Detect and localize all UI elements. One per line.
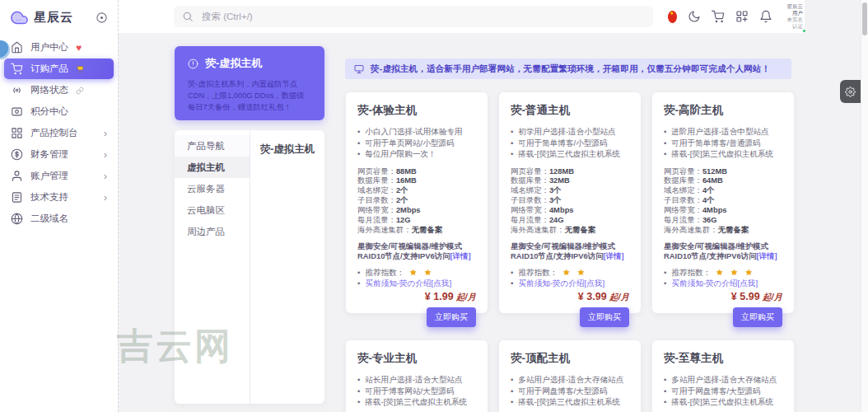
card-title: 荧-普通主机 xyxy=(511,103,629,118)
dark-mode-icon[interactable] xyxy=(688,10,701,23)
scrollbar-thumb[interactable] xyxy=(862,2,867,35)
card-bullet: 站长用户选择-适合大型站点 xyxy=(357,374,476,386)
buy-button[interactable]: 立即购买 xyxy=(733,307,782,327)
card-bullet: 小白入门选择-试用体验专用 xyxy=(357,126,476,138)
sidebar-divider xyxy=(118,0,119,412)
price: ¥ 1.99 起/月 xyxy=(357,291,476,303)
product-card-zhuanye: 荧-专业主机 站长用户选择-适合大型站点 可用于博客网站/大型源码 搭载-[荧]… xyxy=(346,340,488,412)
gear-icon xyxy=(845,87,856,97)
details-link[interactable]: [详情] xyxy=(450,251,471,260)
chevron-right-icon: › xyxy=(104,128,107,138)
sidebar-item-subdomain[interactable]: 二级域名 xyxy=(4,208,114,229)
notice-text: 荧-虚拟主机，适合新手用户部署网站，无需配置繁琐环境，开箱即用，仅需五分钟即可完… xyxy=(371,63,770,75)
dollar-icon xyxy=(11,148,23,161)
card-bullet: 搭载-[荧]第三代虚拟主机系统 xyxy=(664,396,782,408)
sidebar: 星辰云 用户中心 ♥ 订购产品 网络状态 xyxy=(0,0,118,412)
chevron-right-icon: › xyxy=(104,149,107,160)
language-flag-icon[interactable]: ★ xyxy=(668,11,677,23)
chevron-right-icon: › xyxy=(104,192,107,203)
card-bullet: 初学用户选择-适合小型站点 xyxy=(511,126,629,138)
spec-list: 网页容量：512MB 数据库量：64MB 域名绑定：4个 子目录数：4个 网络带… xyxy=(664,166,782,235)
card-bullet: 可用于网盘博客/大型源码 xyxy=(511,386,629,397)
user-role: 未实名认证 xyxy=(783,16,803,30)
card-title: 荧-至尊主机 xyxy=(664,351,782,366)
sidebar-item-network-status[interactable]: 网络状态 xyxy=(4,80,114,101)
sidebar-item-product-console[interactable]: 产品控制台 › xyxy=(4,123,114,143)
product-card-gaojie: 荧-高阶主机 进阶用户选择-适合中型站点 可用于简单博客/普通源码 搭载-[荧]… xyxy=(652,92,794,313)
card-bullet: 每位用户限购一次！ xyxy=(357,148,476,160)
settings-fab[interactable] xyxy=(840,80,861,103)
product-nav-list: 产品导航 虚拟主机 云服务器 云电脑区 周边产品 xyxy=(175,130,250,404)
product-nav-item-cloud-server[interactable]: 云服务器 xyxy=(175,178,250,199)
search-box[interactable] xyxy=(174,6,653,27)
product-nav-item-cloud-pc[interactable]: 云电脑区 xyxy=(175,199,250,221)
buy-notice-link[interactable]: 买前须知-荧の介绍[点我] xyxy=(671,278,758,288)
sidebar-item-label: 订购产品 xyxy=(30,63,68,75)
card-meta: 推荐指数：★ ★ 买前须知-荧の介绍[点我] xyxy=(357,267,476,288)
sidebar-pin-icon[interactable] xyxy=(96,12,108,24)
cart-icon xyxy=(11,63,23,75)
sidebar-item-support[interactable]: 技术支持 › xyxy=(4,187,114,208)
cart-icon[interactable] xyxy=(712,10,725,23)
card-bullet: 可用于博客网站/大型源码 xyxy=(357,386,476,397)
card-title: 荧-专业主机 xyxy=(357,351,476,366)
online-status-dot xyxy=(802,29,806,33)
price: ¥ 5.99 起/月 xyxy=(664,291,782,303)
app-root: 星辰云 用户中心 ♥ 订购产品 网络状态 xyxy=(0,0,868,412)
feature-lines: 星御安全/可视编辑器/维护模式 RAID10节点/支持IPV6访问[详情] xyxy=(511,241,629,261)
file-text-icon xyxy=(11,191,23,204)
brand-name: 星辰云 xyxy=(34,10,73,26)
signal-icon xyxy=(11,84,23,96)
card-meta: 推荐指数：★ ★ 买前须知-荧の介绍[点我] xyxy=(511,267,629,288)
sidebar-menu: 用户中心 ♥ 订购产品 网络状态 积分中心 xyxy=(0,35,118,232)
search-input[interactable] xyxy=(200,11,645,22)
product-card-zhizun: 荧-至尊主机 多站用户选择-适合大存储站点 可用于网盘博客/大型源码 搭载-[荧… xyxy=(652,340,794,412)
sidebar-item-user-center[interactable]: 用户中心 ♥ xyxy=(4,37,114,58)
card-bullet: 搭载-[荧]第三代虚拟主机系统 xyxy=(664,148,782,160)
notice-banner: 荧-虚拟主机，适合新手用户部署网站，无需配置繁琐环境，开箱即用，仅需五分钟即可完… xyxy=(345,59,791,79)
buy-button[interactable]: 立即购买 xyxy=(427,307,476,327)
grid-icon xyxy=(11,127,23,139)
sidebar-item-order-products[interactable]: 订购产品 xyxy=(4,59,114,79)
monitor-icon xyxy=(354,64,364,74)
user-chip[interactable]: 星辰云用户 未实名认证 xyxy=(783,3,805,30)
chevron-right-icon: › xyxy=(104,171,107,181)
product-nav-panel: 产品导航 虚拟主机 云服务器 云电脑区 周边产品 荧-虚拟主机 xyxy=(175,130,324,404)
user-icon xyxy=(11,170,23,182)
card-bullet: 多站用户选择-适合大存储站点 xyxy=(511,374,629,386)
card-title: 荧-高阶主机 xyxy=(664,103,782,118)
product-nav-active-tab-title: 荧-虚拟主机 xyxy=(260,143,315,404)
feature-lines: 星御安全/可视编辑器/维护模式 RAID10节点/支持IPV6访问[详情] xyxy=(357,241,476,261)
card-title: 荧-体验主机 xyxy=(357,103,476,118)
apps-grid-icon[interactable] xyxy=(735,10,749,23)
hero-description: 荧-虚拟主机系列，内置超防节点CDN，上限1,000G DDos，数据级每日7天… xyxy=(188,78,311,113)
feature-lines: 星御安全/可视编辑器/维护模式 RAID10节点/支持IPV6访问[详情] xyxy=(664,241,782,261)
product-nav-item-peripheral[interactable]: 周边产品 xyxy=(175,221,250,242)
globe-icon xyxy=(11,213,23,225)
buy-notice-link[interactable]: 买前须知-荧の介绍[点我] xyxy=(518,278,604,288)
sidebar-item-label: 网络状态 xyxy=(30,84,68,96)
sidebar-item-label: 账户管理 xyxy=(30,170,68,182)
rating-stars: ★ ★ xyxy=(562,267,587,278)
product-nav-item-vhost[interactable]: 虚拟主机 xyxy=(175,157,250,178)
sidebar-item-points-center[interactable]: 积分中心 xyxy=(4,101,114,122)
product-card-dingpei: 荧-顶配主机 多站用户选择-适合大存储站点 可用于网盘博客/大型源码 搭载-[荧… xyxy=(499,340,641,412)
user-name: 星辰云用户 xyxy=(783,3,803,16)
details-link[interactable]: [详情] xyxy=(604,251,624,260)
card-bullet: 搭载-[荧]第三代虚拟主机系统 xyxy=(511,148,629,160)
rating-stars: ★ ★ ★ xyxy=(716,267,754,278)
details-link[interactable]: [详情] xyxy=(757,251,777,260)
bell-icon[interactable] xyxy=(759,10,772,23)
card-meta: 推荐指数：★ ★ ★ 买前须知-荧の介绍[点我] xyxy=(664,267,782,288)
card-bullet: 可用于单页网站/小型源码 xyxy=(357,138,476,149)
product-nav-header: 产品导航 xyxy=(175,135,250,157)
scrollbar[interactable] xyxy=(861,0,868,412)
buy-notice-link[interactable]: 买前须知-荧の介绍[点我] xyxy=(365,278,451,288)
product-card-tiyan: 荧-体验主机 小白入门选择-试用体验专用 可用于单页网站/小型源码 每位用户限购… xyxy=(346,92,488,313)
sidebar-item-account[interactable]: 账户管理 › xyxy=(4,166,114,186)
rating-stars: ★ ★ xyxy=(409,267,434,278)
brand[interactable]: 星辰云 xyxy=(0,0,118,35)
sidebar-item-label: 技术支持 xyxy=(30,191,68,204)
sidebar-item-finance[interactable]: 财务管理 › xyxy=(4,144,114,165)
buy-button[interactable]: 立即购买 xyxy=(580,307,629,327)
